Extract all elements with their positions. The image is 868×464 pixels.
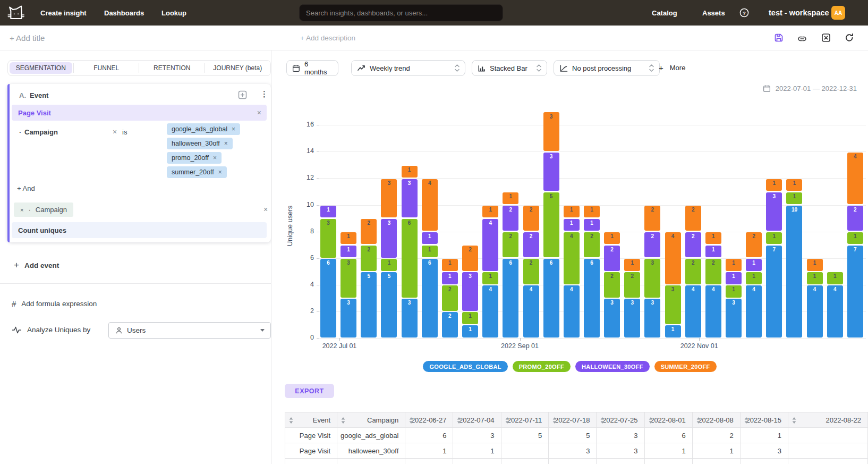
sort-icon[interactable]	[792, 417, 796, 424]
bar-segment[interactable]	[766, 232, 782, 244]
bar-segment[interactable]	[442, 272, 458, 284]
copy-link-icon[interactable]	[797, 33, 807, 44]
clear-chart-icon[interactable]	[821, 32, 831, 43]
bar-segment[interactable]	[726, 272, 742, 284]
remove-value-icon[interactable]: ×	[213, 154, 217, 162]
bar-segment[interactable]	[786, 206, 802, 338]
remove-event-icon[interactable]: ×	[257, 108, 261, 117]
bar-segment[interactable]	[543, 112, 559, 151]
bar-segment[interactable]	[685, 259, 701, 284]
bar-segment[interactable]	[320, 219, 336, 258]
bar-segment[interactable]	[847, 206, 863, 231]
bar-segment[interactable]	[746, 285, 762, 338]
add-title-button[interactable]: + Add title	[10, 33, 45, 43]
nav-create-insight[interactable]: Create insight	[40, 0, 87, 26]
bar-segment[interactable]	[462, 312, 478, 324]
nav-assets[interactable]: Assets	[702, 0, 725, 26]
legend-pill[interactable]: PROMO_20OFF	[513, 361, 571, 372]
remove-group-row-icon[interactable]: ×	[263, 205, 268, 214]
bar-segment[interactable]	[503, 192, 518, 205]
bar-segment[interactable]	[807, 272, 823, 284]
tab-funnel[interactable]: FUNNEL	[75, 62, 138, 74]
bar-segment[interactable]	[584, 259, 600, 338]
bar-segment[interactable]	[644, 232, 660, 258]
bar-segment[interactable]	[422, 232, 438, 244]
table-column-header[interactable]: 2022-08-08	[692, 412, 740, 428]
bar-segment[interactable]	[341, 232, 356, 244]
bar-segment[interactable]	[746, 232, 762, 258]
bar-segment[interactable]	[665, 232, 681, 284]
bar-segment[interactable]	[847, 246, 863, 338]
remove-group-by-icon[interactable]: ×	[20, 207, 23, 213]
bar-segment[interactable]	[584, 206, 600, 218]
table-column-header[interactable]: 2022-07-04	[453, 412, 501, 428]
bar-segment[interactable]	[604, 232, 620, 244]
bar-segment[interactable]	[746, 259, 762, 271]
sort-icon[interactable]	[289, 417, 293, 424]
add-filter-icon[interactable]	[238, 90, 247, 99]
global-search-input[interactable]	[299, 4, 503, 21]
bar-segment[interactable]	[604, 299, 620, 338]
add-description-button[interactable]: + Add description	[300, 34, 355, 42]
bar-segment[interactable]	[766, 192, 782, 231]
bar-segment[interactable]	[482, 285, 498, 338]
bar-segment[interactable]	[482, 206, 498, 218]
bar-segment[interactable]	[503, 206, 518, 231]
workspace-name[interactable]: test - workspace	[769, 0, 829, 26]
bar-segment[interactable]	[381, 219, 397, 258]
bar-segment[interactable]	[786, 192, 802, 205]
bar-segment[interactable]	[726, 299, 742, 338]
help-icon[interactable]: ?	[739, 8, 749, 18]
bar-segment[interactable]	[564, 219, 580, 231]
sort-icon[interactable]	[505, 417, 509, 424]
bar-segment[interactable]	[705, 232, 721, 244]
save-icon[interactable]	[773, 32, 784, 43]
sort-icon[interactable]	[341, 417, 345, 424]
bar-segment[interactable]	[482, 272, 498, 284]
bar-segment[interactable]	[523, 206, 539, 231]
remove-value-icon[interactable]: ×	[218, 168, 222, 176]
bar-segment[interactable]	[624, 259, 640, 271]
bar-segment[interactable]	[705, 259, 721, 284]
remove-property-icon[interactable]: ×	[113, 128, 117, 136]
bar-segment[interactable]	[705, 246, 721, 258]
property-value-tag[interactable]: google_ads_global×	[167, 123, 240, 135]
bar-segment[interactable]	[361, 219, 377, 244]
bar-segment[interactable]	[644, 259, 660, 298]
bar-segment[interactable]	[827, 285, 843, 338]
bar-segment[interactable]	[442, 285, 458, 311]
bar-segment[interactable]	[847, 153, 863, 205]
export-button[interactable]: EXPORT	[285, 384, 334, 398]
tab-journey[interactable]: JOURNEY (beta)	[207, 62, 269, 74]
sort-icon[interactable]	[600, 417, 605, 424]
nav-lookup[interactable]: Lookup	[161, 0, 186, 26]
date-range-button[interactable]: 6 months	[286, 60, 338, 76]
sort-icon[interactable]	[457, 417, 461, 424]
bar-segment[interactable]	[422, 179, 438, 231]
analyze-by-select[interactable]: Users	[108, 322, 271, 339]
table-column-header[interactable]: 2022-08-01	[644, 412, 692, 428]
group-by-row[interactable]: × · Campaign	[14, 203, 73, 217]
table-column-header[interactable]: 2022-06-27	[405, 412, 453, 428]
sort-icon[interactable]	[649, 417, 653, 424]
bar-segment[interactable]	[665, 325, 681, 338]
bar-segment[interactable]	[807, 259, 823, 271]
bar-segment[interactable]	[726, 259, 742, 271]
property-value-tag[interactable]: summer_20off×	[167, 166, 227, 178]
sort-icon[interactable]	[409, 417, 413, 424]
bar-segment[interactable]	[705, 285, 721, 338]
property-value-tag[interactable]: promo_20off×	[167, 152, 222, 164]
bar-segment[interactable]	[341, 299, 356, 338]
bar-segment[interactable]	[766, 179, 782, 191]
bar-segment[interactable]	[442, 312, 458, 338]
property-name[interactable]: Campaign	[24, 128, 58, 136]
bar-segment[interactable]	[685, 232, 701, 258]
table-column-header[interactable]: Event	[285, 412, 337, 428]
bar-segment[interactable]	[644, 206, 660, 231]
bar-segment[interactable]	[462, 325, 478, 338]
bar-segment[interactable]	[402, 166, 418, 178]
remove-value-icon[interactable]: ×	[224, 140, 228, 147]
bar-segment[interactable]	[847, 232, 863, 244]
bar-segment[interactable]	[746, 272, 762, 284]
bar-segment[interactable]	[665, 285, 681, 324]
